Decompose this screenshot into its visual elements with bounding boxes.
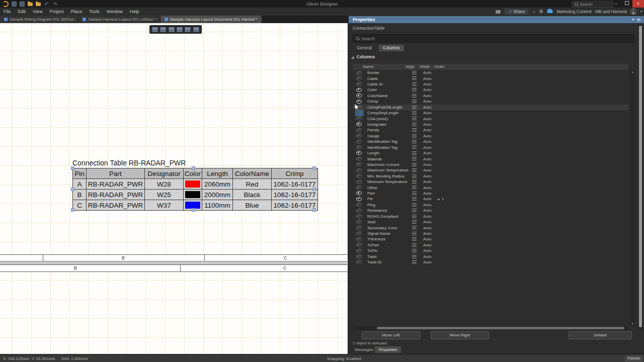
column-width[interactable]: Auto — [423, 87, 431, 92]
align-icon[interactable] — [412, 134, 417, 138]
column-row-identification-tag[interactable]: Identification TagAuto — [353, 139, 628, 144]
column-row-crimppullofflength[interactable]: CrimpPullOffLengthAuto — [353, 105, 628, 110]
column-row-thickness[interactable]: ThicknessAuto — [353, 236, 628, 242]
column-width[interactable]: Auto — [423, 105, 431, 110]
visibility-toggle[interactable] — [355, 197, 362, 202]
visibility-toggle[interactable] — [355, 145, 362, 150]
table-row[interactable]: ARB-RADAR_PWRW282060mmRed1062-16-0177 — [73, 179, 318, 190]
table-row[interactable]: BRB-RADAR_PWRW252000mmBlack1062-16-0177 — [73, 190, 318, 200]
column-width[interactable]: Auto — [423, 94, 431, 98]
align-icon[interactable] — [412, 106, 417, 109]
column-row-identification-tag[interactable]: Identification TagAuto — [353, 144, 628, 150]
minimize-button[interactable]: – — [610, 0, 621, 8]
column-row-crimpstriplength[interactable]: CrimpStripLengthAuto — [353, 110, 628, 116]
selection-handle[interactable] — [192, 208, 195, 212]
maximize-button[interactable] — [621, 0, 632, 8]
align-icon[interactable] — [412, 168, 417, 172]
column-width[interactable]: Auto — [423, 220, 431, 224]
column-width[interactable]: Auto — [423, 208, 431, 213]
panels-button[interactable]: Panels — [625, 355, 643, 361]
snapping-status[interactable]: Snapping: Enabled — [327, 356, 361, 361]
column-row-maximum-temperature[interactable]: Maximum TemperatureAuto — [353, 167, 628, 173]
undo-icon[interactable]: ↶ — [44, 2, 49, 7]
visibility-toggle[interactable] — [355, 185, 362, 190]
align-icon[interactable] — [412, 145, 417, 149]
harness-band-2[interactable]: BC — [0, 264, 347, 272]
place-line-icon[interactable] — [193, 27, 199, 32]
align-icon[interactable] — [412, 128, 417, 132]
visibility-toggle[interactable] — [355, 139, 362, 144]
column-row-pin[interactable]: PinAuto▲1 — [353, 196, 628, 202]
column-width[interactable]: Auto — [423, 82, 431, 86]
place-connection-table-icon[interactable] — [160, 27, 166, 32]
header-width[interactable]: Width — [420, 64, 430, 69]
column-row-length[interactable]: LengthAuto — [353, 150, 628, 156]
column-width[interactable]: Auto — [423, 191, 431, 196]
align-icon[interactable] — [412, 249, 417, 252]
visibility-toggle[interactable] — [355, 225, 362, 230]
column-row-resistance[interactable]: ResistanceAuto — [353, 208, 628, 213]
column-row-cable-id[interactable]: Cable IDAuto — [353, 81, 628, 87]
columns-list-scrollbar[interactable]: ▲ ▼ — [630, 70, 635, 326]
column-width[interactable]: Auto — [423, 186, 431, 190]
menu-item-help[interactable]: Help — [126, 8, 143, 16]
column-width[interactable]: Auto — [423, 139, 431, 144]
place-label-icon[interactable] — [185, 27, 191, 32]
column-width[interactable]: Auto — [423, 70, 431, 75]
column-width[interactable]: Auto — [423, 203, 431, 207]
visibility-toggle[interactable] — [355, 81, 362, 86]
align-icon[interactable] — [412, 215, 417, 218]
column-row-colorname[interactable]: ColorNameAuto — [353, 93, 628, 99]
align-icon[interactable] — [412, 180, 417, 184]
save-all-icon[interactable] — [20, 2, 25, 7]
column-row-rohs-compliant[interactable]: ROHS CompliantAuto — [353, 214, 628, 219]
table-row[interactable]: CRB-RADAR_PWRW371100mmBlue1062-16-0177 — [73, 200, 318, 211]
visibility-toggle[interactable] — [355, 242, 362, 247]
selection-handle[interactable] — [312, 166, 316, 170]
button-move-left[interactable]: Move Left — [362, 331, 420, 339]
column-row-material[interactable]: MaterialAuto — [353, 156, 628, 161]
visibility-toggle[interactable] — [355, 202, 362, 207]
visibility-toggle[interactable] — [355, 219, 362, 224]
document-tab-2[interactable]: Sample Harness Layout 001.LdrDoc * — [78, 16, 160, 23]
align-icon[interactable] — [412, 123, 417, 126]
align-icon[interactable] — [412, 82, 417, 86]
align-icon[interactable] — [412, 157, 417, 160]
menu-item-tools[interactable]: Tools — [86, 8, 103, 16]
menu-item-place[interactable]: Place — [67, 8, 86, 16]
selection-handle[interactable] — [192, 166, 195, 170]
align-icon[interactable] — [412, 163, 417, 166]
column-row-part[interactable]: PartAuto — [353, 191, 628, 196]
column-row-secondary-color[interactable]: Secondary ColorAuto — [353, 225, 628, 230]
selection-handle[interactable] — [312, 188, 316, 191]
visibility-toggle[interactable] — [355, 87, 362, 93]
menu-item-edit[interactable]: Edit — [15, 8, 30, 16]
column-width[interactable]: Auto — [423, 145, 431, 150]
place-wire-icon[interactable] — [169, 27, 175, 32]
chevron-down-icon[interactable]: ▾ — [640, 10, 642, 14]
document-tab-1[interactable]: Sample Wiring Diagram 001.WirDoc — [0, 16, 78, 23]
column-row-topin[interactable]: ToPinAuto — [353, 248, 628, 253]
column-row-twist[interactable]: TwistAuto — [353, 254, 628, 259]
column-row-twist-id[interactable]: Twist IDAuto — [353, 259, 628, 265]
column-width[interactable]: Auto — [423, 179, 431, 184]
button-move-right[interactable]: Move Right — [431, 331, 489, 339]
header-order[interactable]: Order — [434, 64, 444, 69]
menu-item-file[interactable]: File — [0, 8, 15, 16]
column-width[interactable]: Auto — [423, 197, 431, 201]
menu-item-window[interactable]: Window — [103, 8, 126, 16]
visibility-toggle[interactable] — [355, 254, 362, 259]
tab-columns[interactable]: Columns — [379, 45, 404, 51]
close-button[interactable]: × — [632, 0, 644, 8]
visibility-toggle[interactable] — [355, 237, 362, 242]
column-width[interactable]: Auto — [423, 231, 431, 236]
align-icon[interactable] — [412, 140, 417, 143]
harness-canvas[interactable]: Connection Table RB-RADAR_PWR PinPartDes… — [0, 23, 348, 354]
panel-pin-icon[interactable]: ⦿ — [637, 18, 640, 22]
selection-handle[interactable] — [71, 208, 74, 212]
visibility-toggle[interactable] — [355, 168, 362, 173]
panel-dropdown-icon[interactable]: ▾ — [632, 18, 634, 22]
home-icon[interactable]: ⌂ — [532, 8, 535, 15]
visibility-toggle[interactable] — [355, 93, 362, 98]
bottom-tab-messages[interactable]: Messages — [351, 346, 377, 353]
